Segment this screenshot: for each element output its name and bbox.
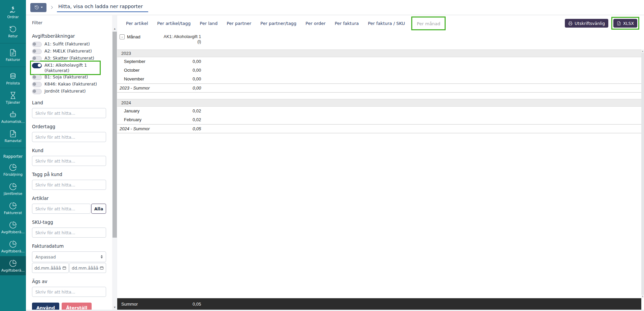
toggle-row-a1: A1: Sulfit (Fakturerat) [32, 41, 106, 47]
artiklar-row: Alla [32, 204, 106, 214]
sidebar-item-tjanster[interactable]: Tjänster [0, 88, 26, 107]
print-friendly-button[interactable]: Utskriftsvänlig [565, 19, 608, 28]
toggle-switch[interactable] [32, 89, 42, 94]
toggle-switch[interactable] [32, 42, 42, 47]
sidebar-item-automatisk[interactable]: Automatisk... [0, 107, 26, 127]
artiklar-input[interactable] [32, 204, 91, 214]
reset-button[interactable]: Återställ [62, 303, 92, 310]
content-scrollbar[interactable]: ▲ ▼ [641, 49, 644, 298]
totals-footer: Summor 0,05 [117, 298, 641, 310]
sidebar-item-fakturerat[interactable]: Fakturerat [0, 199, 26, 218]
toggle-switch[interactable] [32, 75, 42, 80]
calendar-icon [100, 266, 104, 270]
sidebar-item-fakturor[interactable]: Fakturor [0, 45, 26, 65]
tagg-pa-kund-input[interactable] [32, 180, 106, 190]
sidebar-item-jamforelse[interactable]: Jämförelse [0, 179, 26, 199]
apply-button[interactable]: Använd [32, 303, 59, 310]
sidebar-item-avgiftsberakning-3-active[interactable]: Avgiftsberä... [0, 256, 26, 275]
undo-icon [9, 25, 17, 33]
sidebar-item-forsaljning[interactable]: Försäljning [0, 160, 26, 179]
date-preset-select[interactable]: Anpassad [32, 251, 106, 262]
sidebar-item-retur[interactable]: Retur [0, 22, 26, 41]
sidebar-item-label: Fakturor [6, 58, 20, 62]
pie-chart-icon [9, 221, 17, 229]
toggle-row-k846: K846: Kakao (Fakturerat) [32, 81, 106, 87]
date-placeholder: dd.mm.åååå [34, 266, 61, 271]
sidebar-item-label: Tjänster [6, 100, 20, 104]
tab-per-order[interactable]: Per order [305, 21, 326, 26]
row-value: 0,02 [117, 107, 201, 115]
toggle-switch[interactable] [32, 63, 42, 68]
alla-button[interactable]: Alla [91, 204, 106, 214]
sidebar-item-avgiftsberakning-2[interactable]: Avgiftsberä... [0, 237, 26, 256]
pie-chart-icon [9, 240, 17, 248]
date-range-row: dd.mm.åååå dd.mm.åååå [32, 263, 106, 273]
filter-panel: Filter Avgiftsberäkningar A1: Sulfit (Fa… [26, 15, 112, 310]
sidebar-item-label: Avgiftsberä... [1, 268, 25, 272]
content-header: Per artikel Per artikel/tagg Per land Pe… [117, 15, 644, 31]
history-button[interactable] [30, 3, 46, 12]
sidebar-item-avgiftsberakning-1[interactable]: Avgiftsberä... [0, 218, 26, 237]
scrollbar-thumb[interactable] [112, 32, 117, 238]
sidebar-item-label: Retur [8, 34, 18, 38]
report-content: Per artikel Per artikel/tagg Per land Pe… [117, 15, 644, 311]
tab-per-faktura-sku[interactable]: Per faktura / SKU [368, 21, 405, 26]
robot-icon [9, 111, 17, 118]
tab-per-partner[interactable]: Per partner [227, 21, 251, 26]
toggle-knob [38, 64, 41, 67]
totals-value: 0,05 [117, 302, 201, 307]
collapse-toggle-button[interactable]: - [120, 34, 125, 39]
tab-per-artikel-tagg[interactable]: Per artikel/tagg [157, 21, 191, 26]
tab-per-land[interactable]: Per land [200, 21, 218, 26]
row-value: 0,00 [117, 57, 201, 66]
report-tabs: Per artikel Per artikel/tagg Per land Pe… [126, 16, 565, 30]
table-row: September 0,00 [117, 57, 641, 66]
toggle-row-jordnot: Jordnöt (Fakturerat) [32, 89, 106, 94]
highlight-box-xlsx: XLSX [611, 17, 639, 30]
pie-chart-icon [9, 164, 17, 171]
sidebar-item-ordrar[interactable]: Ordrar [0, 3, 26, 22]
scroll-up-icon[interactable]: ▲ [642, 50, 644, 52]
toggle-knob [33, 90, 36, 93]
date-placeholder: dd.mm.åååå [72, 266, 98, 271]
ags-av-input[interactable] [32, 287, 106, 297]
sidebar-item-label: Avgiftsberä... [1, 230, 25, 234]
pie-chart-icon [9, 260, 17, 267]
print-friendly-label: Utskriftsvänlig [575, 21, 605, 26]
toggle-label: A1: Sulfit (Fakturerat) [44, 41, 90, 47]
date-from-input[interactable]: dd.mm.åååå [32, 263, 69, 273]
scroll-down-icon[interactable]: ▼ [112, 306, 117, 308]
tab-per-manad-active[interactable]: Per månad [417, 21, 440, 26]
ordertagg-input[interactable] [32, 132, 106, 142]
tab-per-artikel[interactable]: Per artikel [126, 21, 148, 26]
sidebar-item-prislista[interactable]: Prislista [0, 69, 26, 88]
highlight-box-per-manad: Per månad [411, 16, 446, 30]
toggle-switch[interactable] [32, 82, 42, 87]
kund-label: Kund [32, 148, 106, 153]
sku-tagg-input[interactable] [32, 228, 106, 238]
scroll-down-icon[interactable]: ▼ [642, 296, 644, 298]
filter-scrollbar[interactable]: ▲ ▼ [112, 15, 117, 311]
date-to-input[interactable]: dd.mm.åååå [69, 263, 106, 273]
land-input[interactable] [32, 108, 106, 118]
sidebar: Ordrar Retur Fakturor Prislista [0, 0, 26, 311]
xlsx-button[interactable]: XLSX [613, 19, 637, 28]
caret-down-icon [41, 7, 43, 8]
horizontal-scroll-track[interactable] [26, 310, 644, 311]
select-spinner-icon [101, 255, 103, 258]
table-row: February 0,02 [117, 115, 641, 124]
breadcrumb[interactable]: Hitta, visa och ladda ner rapporter [57, 3, 148, 12]
sidebar-item-ramavtal[interactable]: Ramavtal [0, 127, 26, 146]
scroll-up-icon[interactable]: ▲ [112, 28, 117, 30]
sum-value: 0,05 [117, 125, 201, 133]
sidebar-item-label: Automatisk... [1, 119, 25, 124]
fakturadatum-label: Fakturadatum [32, 243, 106, 249]
tab-per-partner-tagg[interactable]: Per partner/tagg [260, 21, 296, 26]
kund-input[interactable] [32, 156, 106, 166]
toggle-switch[interactable] [32, 49, 42, 54]
sidebar-section-rapporter: Rapporter [0, 154, 26, 159]
scrollbar-thumb[interactable] [641, 53, 644, 295]
value-column-header: AK1: Alkoholavgift 1 (l) [161, 34, 201, 44]
toggle-switch[interactable] [32, 56, 42, 61]
tab-per-faktura[interactable]: Per faktura [335, 21, 359, 26]
